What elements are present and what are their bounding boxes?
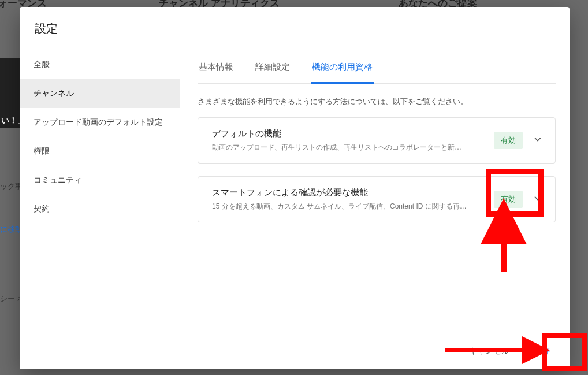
sidebar-item-channel[interactable]: チャンネル [20,79,180,108]
settings-sidebar: 全般 チャンネル アップロード動画のデフォルト設定 権限 コミュニティ 契約 [20,47,180,333]
sidebar-item-general[interactable]: 全般 [20,50,180,79]
status-badge-enabled: 有効 [494,132,523,149]
card-body: スマートフォンによる確認が必要な機能 15 分を超える動画、カスタム サムネイル… [212,187,485,211]
sidebar-item-agreements[interactable]: 契約 [20,195,180,224]
card-subtitle: 動画のアップロード、再生リストの作成、再生リストへのコラボレーターと新… [212,143,485,153]
card-default-features[interactable]: デフォルトの機能 動画のアップロード、再生リストの作成、再生リストへのコラボレー… [198,117,556,164]
annotation-box-save [542,333,587,371]
cancel-button[interactable]: キャンセル [462,341,516,361]
modal-footer: キャンセル 保存 [20,333,570,369]
card-title: スマートフォンによる確認が必要な機能 [212,187,485,198]
annotation-box-enabled-badge [486,169,544,217]
tab-bar: 基本情報 詳細設定 機能の利用資格 [198,51,556,84]
modal-title: 設定 [20,7,570,47]
card-subtitle: 15 分を超える動画、カスタム サムネイル、ライブ配信、Content ID に… [212,202,485,211]
chevron-down-icon[interactable] [532,133,544,147]
sidebar-item-upload-defaults[interactable]: アップロード動画のデフォルト設定 [20,108,180,137]
tab-basic[interactable]: 基本情報 [198,51,235,84]
card-title: デフォルトの機能 [212,128,485,139]
tab-feature-eligibility[interactable]: 機能の利用資格 [311,51,374,84]
sidebar-item-community[interactable]: コミュニティ [20,166,180,195]
card-body: デフォルトの機能 動画のアップロード、再生リストの作成、再生リストへのコラボレー… [212,128,485,153]
intro-text: さまざまな機能を利用できるようにする方法については、以下をご覧ください。 [198,84,556,117]
tab-advanced[interactable]: 詳細設定 [254,51,291,84]
sidebar-item-permissions[interactable]: 権限 [20,137,180,166]
